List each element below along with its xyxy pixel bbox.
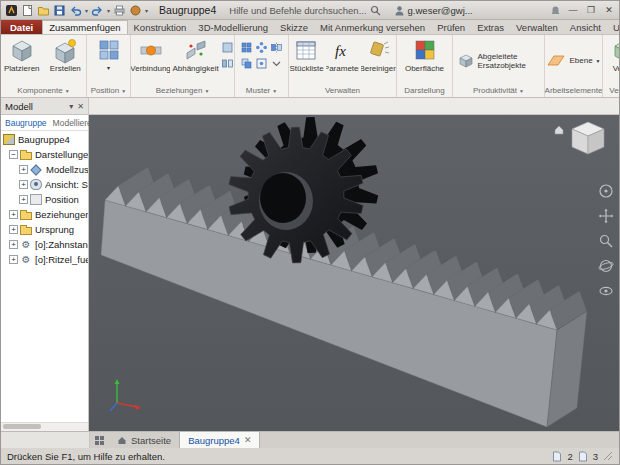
tree-item-baugruppe4[interactable]: Baugruppe4 (1, 132, 88, 147)
tree-item-zahnstange[interactable]: + [o]:Zahnstange_2602 (1, 237, 88, 252)
qat-customize-caret-icon[interactable]: ▾ (145, 7, 148, 14)
pattern-rectangular-icon[interactable] (240, 41, 253, 54)
ebene-button[interactable]: Ebene ▼ (546, 53, 600, 69)
minimize-icon[interactable]: — (567, 5, 579, 15)
pattern-sketch-icon[interactable] (255, 57, 268, 70)
group-caret-icon[interactable]: ▼ (65, 88, 70, 94)
tab-skizze[interactable]: Skizze (274, 20, 314, 34)
user-account[interactable]: g.weser@gwj... (394, 5, 473, 16)
verbindung-button[interactable]: Verbindung (131, 37, 170, 73)
tree-item-ansicht[interactable]: + Ansicht: Standard (1, 177, 88, 192)
stueckliste-button[interactable]: Stückliste (289, 37, 324, 73)
pattern-circular-icon[interactable] (255, 41, 268, 54)
expand-icon[interactable]: + (19, 180, 28, 189)
expand-icon[interactable]: + (9, 210, 18, 219)
resize-grip[interactable] (603, 451, 613, 461)
doc-tab-baugruppe4[interactable]: Baugruppe4 ✕ (179, 432, 260, 448)
new-file-icon[interactable] (21, 4, 34, 17)
browser-panel-header[interactable]: Modell ▾ ✕ (1, 98, 89, 114)
collapse-icon[interactable]: − (9, 150, 18, 159)
steering-wheel-icon[interactable] (598, 183, 614, 199)
print-icon[interactable] (113, 4, 126, 17)
tab-pruefen[interactable]: Prüfen (431, 20, 471, 34)
tab-3d-modellierung[interactable]: 3D-Modellierung (192, 20, 274, 34)
expand-icon[interactable]: + (19, 195, 28, 204)
search-icon[interactable] (370, 5, 381, 16)
open-folder-icon[interactable] (37, 4, 50, 17)
browser-horizontal-scrollbar[interactable] (1, 422, 88, 431)
group-caret-icon[interactable]: ▼ (272, 88, 277, 94)
parameter-button[interactable]: fx Parameter (326, 37, 359, 73)
pan-icon[interactable] (598, 208, 614, 224)
command-search[interactable]: Hilfe und Befehle durchsuchen... (229, 5, 380, 16)
panel-close-icon[interactable]: ✕ (77, 102, 84, 111)
pattern-more-icon[interactable] (270, 57, 283, 70)
assembly-feature-icon[interactable] (221, 41, 234, 54)
viewcube[interactable] (553, 120, 609, 158)
redo-icon[interactable] (91, 4, 104, 17)
tree-item-ursprung[interactable]: + Ursprung (1, 222, 88, 237)
tab-datei[interactable]: Datei (1, 20, 42, 34)
tab-zusammenfuegen[interactable]: Zusammenfügen (42, 20, 127, 34)
look-at-icon[interactable] (598, 283, 614, 299)
group-caret-icon[interactable]: ▼ (121, 88, 126, 94)
tree-item-beziehungen[interactable]: + Beziehungen (1, 207, 88, 222)
group-label[interactable]: Position (91, 86, 119, 95)
tab-extras[interactable]: Extras (471, 20, 510, 34)
platzieren-button[interactable]: Platzieren (1, 37, 43, 73)
position-button[interactable]: ▾ (88, 37, 130, 73)
tab-verwalten[interactable]: Verwalten (510, 20, 564, 34)
group-caret-icon[interactable]: ▼ (204, 88, 209, 94)
group-label[interactable]: Beziehungen (156, 86, 203, 95)
close-icon[interactable]: ✕ (603, 5, 615, 15)
3d-viewport[interactable] (89, 115, 619, 431)
group-label[interactable]: Arbeitselemente (545, 86, 602, 95)
viewcube-cube-icon[interactable] (567, 120, 609, 158)
doc-tab-startseite[interactable]: Startseite (109, 432, 179, 448)
maximize-icon[interactable]: ❐ (585, 5, 597, 15)
redo-caret-icon[interactable]: ▾ (107, 7, 110, 14)
inventor-logo-icon[interactable] (5, 4, 18, 17)
tab-mit-anmerkung-versehen[interactable]: Mit Anmerkung versehen (314, 20, 431, 34)
zoom-icon[interactable] (598, 233, 614, 249)
pattern-mirror-icon[interactable] (270, 41, 283, 54)
group-label[interactable]: Komponente (17, 86, 62, 95)
bereinigen-button[interactable]: Bereinigen (361, 37, 396, 73)
tree-item-darstellungen[interactable]: − Darstellungen (1, 147, 88, 162)
expand-icon[interactable]: + (9, 225, 18, 234)
3d-scene[interactable] (89, 115, 619, 431)
home-icon[interactable] (553, 124, 565, 136)
browser-tab-baugruppe[interactable]: Baugruppe (5, 118, 47, 128)
abhaengigkeit-button[interactable]: Abhängigkeit (172, 37, 219, 73)
mirror-components-icon[interactable] (221, 57, 234, 70)
close-tab-icon[interactable]: ✕ (244, 435, 252, 445)
group-caret-icon[interactable]: ▼ (519, 88, 524, 94)
undo-icon[interactable] (69, 4, 82, 17)
group-label[interactable]: Muster (246, 86, 270, 95)
pattern-copy-icon[interactable] (240, 57, 253, 70)
tab-ansicht[interactable]: Ansicht (564, 20, 607, 34)
derived-substitute-icon[interactable] (458, 53, 474, 69)
vereinfachen-button[interactable]: Verein (603, 37, 619, 73)
expand-icon[interactable]: + (9, 240, 18, 249)
group-label[interactable]: Darstellung (404, 86, 444, 95)
derived-substitute-button[interactable]: Abgeleitete Ersatzobjekte (478, 52, 540, 70)
tab-umgebungen[interactable]: Umgebungen (607, 20, 620, 34)
group-label[interactable]: Produktivität (473, 86, 517, 95)
panel-menu-caret-icon[interactable]: ▾ (69, 102, 73, 111)
orbit-icon[interactable] (598, 258, 614, 274)
oberflaeche-button[interactable]: Oberfläche (404, 37, 446, 73)
notification-bell-icon[interactable] (550, 5, 561, 16)
undo-caret-icon[interactable]: ▾ (85, 7, 88, 14)
tree-item-position[interactable]: + Position (1, 192, 88, 207)
save-icon[interactable] (53, 4, 66, 17)
tab-konstruktion[interactable]: Konstruktion (128, 20, 193, 34)
group-label[interactable]: Verwalten (325, 86, 360, 95)
tree-item-modellzustand[interactable]: + Modellzustand: [Pr (1, 162, 88, 177)
expand-icon[interactable]: + (9, 255, 18, 264)
expand-icon[interactable]: + (19, 165, 28, 174)
group-label[interactable]: Vereinfa (609, 86, 619, 95)
tree-item-ritzel[interactable]: + [o]:Ritzel_fuer_Zahnst (1, 252, 88, 267)
material-icon[interactable] (129, 4, 142, 17)
scrollbar-thumb[interactable] (3, 424, 41, 429)
